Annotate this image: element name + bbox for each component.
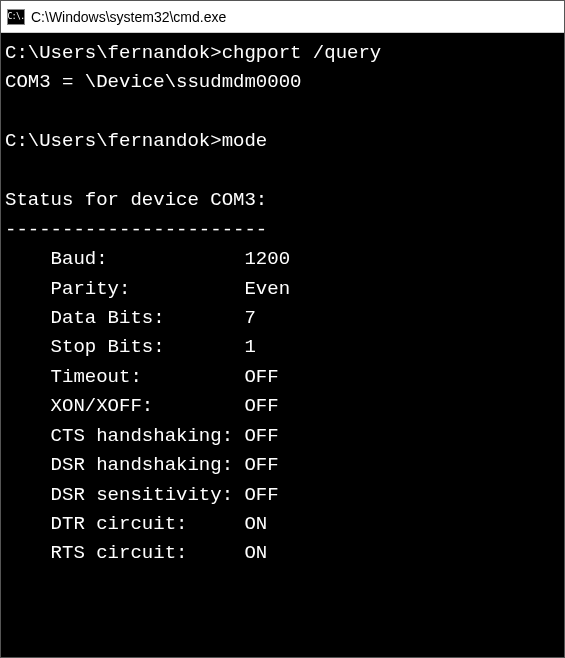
- output-chgport: COM3 = \Device\ssudmdm0000: [5, 71, 301, 93]
- divider-line: -----------------------: [5, 219, 267, 241]
- status-header: Status for device COM3:: [5, 189, 267, 211]
- titlebar[interactable]: C:\. C:\Windows\system32\cmd.exe: [1, 1, 564, 33]
- row-data-bits: Data Bits: 7: [5, 307, 256, 329]
- prompt-line-2: C:\Users\fernandok>mode: [5, 130, 267, 152]
- row-dsr: DSR handshaking: OFF: [5, 454, 279, 476]
- prompt-1: C:\Users\fernandok>: [5, 42, 222, 64]
- window-title: C:\Windows\system32\cmd.exe: [31, 9, 226, 25]
- row-stop-bits: Stop Bits: 1: [5, 336, 256, 358]
- row-baud: Baud: 1200: [5, 248, 290, 270]
- cmd-window: C:\. C:\Windows\system32\cmd.exe C:\User…: [0, 0, 565, 658]
- row-rts: RTS circuit: ON: [5, 542, 267, 564]
- row-dsr-sens: DSR sensitivity: OFF: [5, 484, 279, 506]
- row-dtr: DTR circuit: ON: [5, 513, 267, 535]
- cmd-icon-text: C:\.: [7, 13, 24, 21]
- row-cts: CTS handshaking: OFF: [5, 425, 279, 447]
- command-2: mode: [222, 130, 268, 152]
- terminal-area[interactable]: C:\Users\fernandok>chgport /query COM3 =…: [1, 33, 564, 657]
- row-xonxoff: XON/XOFF: OFF: [5, 395, 279, 417]
- prompt-2: C:\Users\fernandok>: [5, 130, 222, 152]
- row-parity: Parity: Even: [5, 278, 290, 300]
- row-timeout: Timeout: OFF: [5, 366, 279, 388]
- cmd-icon: C:\.: [7, 9, 25, 25]
- command-1: chgport /query: [222, 42, 382, 64]
- prompt-line-1: C:\Users\fernandok>chgport /query: [5, 42, 381, 64]
